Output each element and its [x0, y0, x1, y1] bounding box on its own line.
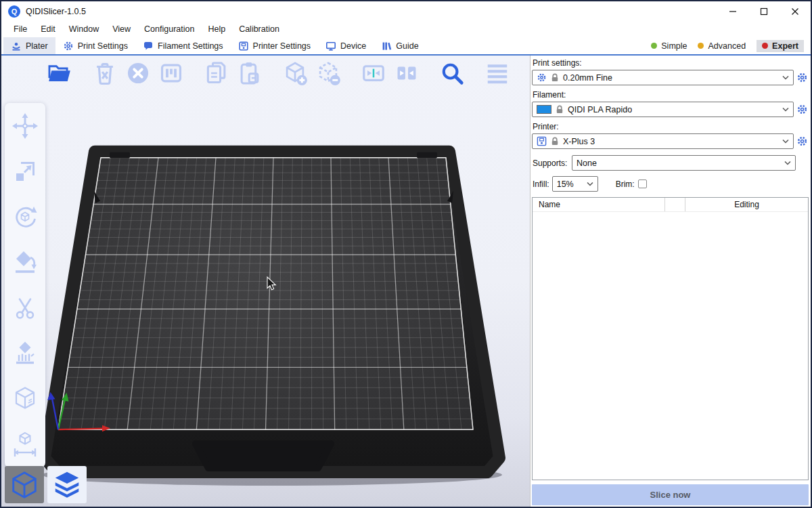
- editor-cube-icon: [9, 469, 40, 501]
- tab-guide[interactable]: Guide: [374, 37, 426, 54]
- search-icon: [439, 60, 465, 86]
- menu-bar: File Edit Window View Configuration Help…: [1, 22, 811, 37]
- scale-icon: [12, 158, 39, 185]
- edit-filament-button[interactable]: [796, 103, 809, 116]
- split-to-objects-icon: [361, 60, 386, 86]
- place-on-face-icon: [12, 249, 39, 276]
- minimize-button[interactable]: [717, 1, 748, 22]
- toolbar-split-objects-button[interactable]: [360, 60, 387, 87]
- toolbar-search-button[interactable]: [438, 60, 466, 87]
- measure-icon: [12, 431, 39, 458]
- tab-plater[interactable]: Plater: [3, 37, 55, 54]
- lock-icon: [551, 137, 559, 146]
- place-on-face-tool-button[interactable]: [10, 247, 40, 277]
- print-settings-value: 0.20mm Fine: [563, 73, 612, 83]
- filament-color-swatch: [537, 105, 551, 114]
- bed-clip-right: [417, 152, 437, 158]
- tab-bar: Plater Print Settings Filament Settings …: [1, 37, 811, 56]
- toolbar-undo-button[interactable]: [529, 60, 530, 87]
- printer-combo[interactable]: X-Plus 3: [532, 133, 794, 149]
- toolbar-delete-button[interactable]: [91, 60, 118, 87]
- tab-print-settings[interactable]: Print Settings: [55, 37, 135, 54]
- filament-icon: [143, 41, 154, 51]
- toolbar-delete-all-button[interactable]: [125, 60, 152, 87]
- gear-icon: [796, 104, 808, 115]
- tab-device[interactable]: Device: [318, 37, 374, 54]
- infill-combo[interactable]: 15%: [552, 176, 598, 192]
- toolbar-remove-instance-button[interactable]: [315, 60, 342, 87]
- edit-print-settings-button[interactable]: [796, 71, 809, 84]
- tab-filament-settings[interactable]: Filament Settings: [135, 37, 231, 54]
- delete-all-icon: [125, 60, 151, 86]
- rotate-tool-button[interactable]: [10, 202, 40, 232]
- view-mode-switcher: [5, 466, 87, 503]
- viewport-3d[interactable]: [1, 56, 530, 507]
- mode-expert[interactable]: Expert: [757, 40, 804, 52]
- bed-clip-left: [110, 152, 130, 158]
- seam-painting-tool-button[interactable]: [10, 384, 40, 414]
- mouse-cursor: [267, 276, 277, 291]
- device-monitor-icon: [325, 41, 336, 51]
- cut-tool-button[interactable]: [10, 293, 40, 323]
- menu-edit[interactable]: Edit: [34, 22, 62, 37]
- menu-configuration[interactable]: Configuration: [137, 22, 201, 37]
- settings-panel: Print settings: 0.20mm Fine: [530, 56, 811, 507]
- arrange-icon: [158, 60, 184, 86]
- supports-label: Supports:: [533, 158, 572, 168]
- toolbar-split-parts-button[interactable]: [393, 60, 420, 87]
- minimize-icon: [729, 7, 737, 16]
- slice-now-button[interactable]: Slice now: [532, 484, 809, 505]
- object-list: Name Editing: [532, 197, 809, 480]
- split-to-parts-icon: [394, 60, 420, 86]
- paint-on-supports-icon: [12, 340, 39, 367]
- filament-label: Filament:: [533, 90, 809, 100]
- menu-help[interactable]: Help: [201, 22, 232, 37]
- maximize-button[interactable]: [748, 1, 780, 22]
- toolbar-arrange-button[interactable]: [158, 60, 185, 87]
- infill-label: Infill:: [533, 179, 549, 189]
- menu-calibration[interactable]: Calibration: [232, 22, 286, 37]
- infill-value: 15%: [557, 179, 574, 189]
- toolbar-copy-button[interactable]: [203, 60, 230, 87]
- mode-advanced[interactable]: Advanced: [698, 41, 746, 51]
- object-list-body[interactable]: [533, 212, 808, 480]
- edit-printer-button[interactable]: [796, 135, 809, 148]
- printer-label: Printer:: [533, 122, 809, 131]
- remove-instance-icon: [315, 60, 341, 86]
- toolbar-layer-height-button[interactable]: [484, 60, 511, 87]
- move-tool-button[interactable]: [10, 111, 40, 141]
- paint-supports-tool-button[interactable]: [10, 339, 40, 368]
- supports-combo[interactable]: None: [572, 155, 796, 171]
- mode-selector: Simple Advanced Expert: [651, 37, 811, 54]
- copy-icon: [204, 60, 229, 86]
- move-icon: [12, 112, 39, 140]
- supports-value: None: [577, 158, 597, 168]
- close-button[interactable]: [780, 1, 811, 22]
- chevron-down-icon: [782, 107, 789, 112]
- tab-printer-settings[interactable]: Printer Settings: [231, 37, 318, 54]
- preview-view-button[interactable]: [47, 466, 87, 503]
- menu-window[interactable]: Window: [62, 22, 106, 37]
- printer-value: X-Plus 3: [563, 137, 595, 146]
- editor-view-button[interactable]: [5, 466, 44, 503]
- print-settings-combo[interactable]: 0.20mm Fine: [532, 70, 794, 85]
- scale-tool-button[interactable]: [10, 156, 40, 186]
- menu-file[interactable]: File: [7, 22, 34, 37]
- tab-label: Guide: [396, 41, 418, 51]
- menu-view[interactable]: View: [106, 22, 137, 37]
- printer-icon: [238, 41, 249, 51]
- delete-trash-icon: [92, 60, 118, 86]
- toolbar-add-instance-button[interactable]: [281, 60, 309, 87]
- toolbar-paste-button[interactable]: [236, 60, 263, 87]
- tab-label: Device: [340, 41, 366, 51]
- chevron-down-icon: [587, 182, 593, 186]
- toolbar-open-button[interactable]: [46, 60, 73, 87]
- brim-checkbox[interactable]: [638, 179, 647, 188]
- bed-handle-slot: [196, 444, 331, 468]
- filament-combo[interactable]: QIDI PLA Rapido: [532, 102, 794, 117]
- mode-simple[interactable]: Simple: [651, 41, 687, 51]
- title-bar: Q QIDISlicer-1.0.5: [1, 1, 811, 22]
- filament-value: QIDI PLA Rapido: [568, 105, 632, 114]
- measure-tool-button[interactable]: [10, 429, 40, 459]
- chevron-down-icon: [782, 75, 789, 80]
